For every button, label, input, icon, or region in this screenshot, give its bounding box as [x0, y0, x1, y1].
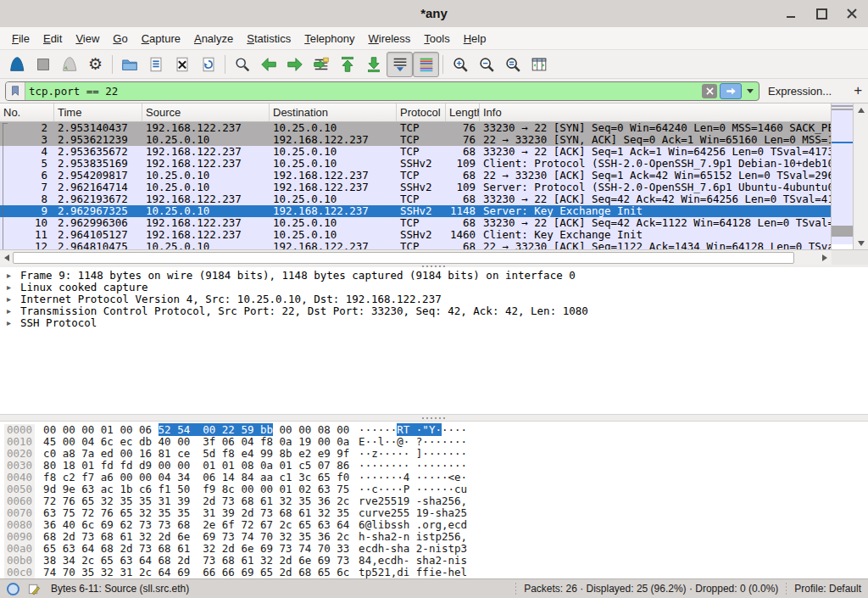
go-back-button[interactable]: [255, 52, 281, 77]
minimize-button[interactable]: [782, 4, 800, 23]
hex-bytes[interactable]: 65 63 64 68 2d 73 68 61 32 2d 6e 69 73 7…: [43, 543, 355, 555]
hex-row-0080[interactable]: 008036 40 6c 69 62 73 73 68 2e 6f 72 67 …: [0, 519, 868, 531]
hex-bytes[interactable]: 74 70 35 32 31 2c 64 69 66 66 69 65 2d 6…: [43, 567, 355, 578]
hex-bytes[interactable]: 68 2d 73 68 61 32 2d 6e 69 73 74 70 32 3…: [43, 531, 355, 543]
menu-edit[interactable]: Edit: [36, 27, 69, 50]
detail-line[interactable]: ▸Internet Protocol Version 4, Src: 10.25…: [0, 293, 868, 305]
scroll-right-button[interactable]: [819, 251, 830, 264]
capture-comment-icon[interactable]: [28, 583, 41, 595]
hex-row-0050[interactable]: 00509d 9e 63 ac 1b c6 f1 50 f9 8c 00 00 …: [0, 483, 868, 495]
menu-wireless[interactable]: Wireless: [362, 27, 418, 50]
menu-telephony[interactable]: Telephony: [298, 27, 361, 50]
zoom-original-button[interactable]: [499, 52, 526, 77]
ascii-bytes[interactable]: ··c····P ······cu: [359, 483, 467, 495]
auto-scroll-button[interactable]: [387, 52, 413, 77]
hex-bytes[interactable]: 36 40 6c 69 62 73 73 68 2e 6f 72 67 2c 6…: [43, 519, 355, 531]
expand-arrow-icon[interactable]: ▸: [0, 317, 20, 329]
menu-view[interactable]: View: [69, 27, 106, 50]
hex-bytes[interactable]: 38 34 2c 65 63 64 68 2d 73 68 61 32 2d 6…: [43, 555, 355, 567]
ascii-bytes[interactable]: ·······4 ·····<e·: [359, 472, 467, 483]
start-capture-button[interactable]: [3, 52, 30, 77]
zoom-in-button[interactable]: [447, 52, 473, 77]
reload-file-button[interactable]: [195, 52, 221, 77]
packet-row-9[interactable]: 92.96296732510.25.0.10192.168.122.237SSH…: [0, 205, 832, 217]
hex-row-0020[interactable]: 0020c0 a8 7a ed 00 16 81 ce 5d f8 e4 99 …: [0, 448, 868, 460]
packet-row-3[interactable]: 32.95362123910.25.0.10192.168.122.237TCP…: [0, 134, 832, 146]
close-button[interactable]: [843, 4, 861, 23]
hex-row-0040[interactable]: 0040f8 c2 f7 a6 00 00 04 34 06 14 84 aa …: [0, 472, 868, 483]
open-file-button[interactable]: [116, 52, 142, 77]
packet-row-5[interactable]: 52.953835169192.168.122.23710.25.0.10SSH…: [0, 158, 832, 170]
find-packet-button[interactable]: [229, 52, 255, 77]
go-first-packet-button[interactable]: [334, 52, 360, 77]
hex-bytes[interactable]: 63 75 72 76 65 32 35 35 31 39 2d 73 68 6…: [43, 507, 355, 519]
menu-capture[interactable]: Capture: [135, 27, 187, 50]
hex-row-0070[interactable]: 007063 75 72 76 65 32 35 35 31 39 2d 73 …: [0, 507, 868, 519]
expand-arrow-icon[interactable]: ▸: [0, 305, 20, 317]
filter-bookmark-button[interactable]: [6, 82, 25, 100]
column-header-no[interactable]: No.: [0, 103, 54, 121]
detail-line[interactable]: ▸SSH Protocol: [0, 317, 868, 329]
expression-button[interactable]: Expression...: [768, 85, 832, 98]
go-forward-button[interactable]: [281, 52, 308, 77]
ascii-bytes[interactable]: ecdh-sha 2-nistp3: [359, 543, 467, 555]
expand-arrow-icon[interactable]: ▸: [0, 282, 20, 293]
hex-row-0090[interactable]: 009068 2d 73 68 61 32 2d 6e 69 73 74 70 …: [0, 531, 868, 543]
scroll-up-button[interactable]: [854, 104, 868, 116]
menu-go[interactable]: Go: [106, 27, 134, 50]
ascii-bytes[interactable]: tp521,di ffie-hel: [359, 567, 467, 578]
hex-row-0000[interactable]: 000000 00 00 01 00 06 52 54 00 22 59 bb …: [0, 424, 868, 436]
menu-file[interactable]: File: [5, 27, 36, 50]
horizontal-scroll-thumb[interactable]: [13, 252, 794, 264]
hex-bytes[interactable]: 45 00 04 6c ec db 40 00 3f 06 04 f8 0a 1…: [43, 436, 355, 448]
hex-row-00c0[interactable]: 00c074 70 35 32 31 2c 64 69 66 66 69 65 …: [0, 567, 868, 578]
menu-statistics[interactable]: Statistics: [240, 27, 298, 50]
column-header-source[interactable]: Source: [142, 103, 270, 121]
packet-row-11[interactable]: 112.964105127192.168.122.23710.25.0.10SS…: [0, 229, 832, 241]
go-last-packet-button[interactable]: [360, 52, 387, 77]
expand-arrow-icon[interactable]: ▸: [0, 293, 20, 305]
detail-line[interactable]: ▸Transmission Control Protocol, Src Port…: [0, 305, 868, 317]
ascii-bytes[interactable]: E··l··@· ?·······: [359, 436, 467, 448]
hex-row-00a0[interactable]: 00a065 63 64 68 2d 73 68 61 32 2d 6e 69 …: [0, 543, 868, 555]
menu-analyze[interactable]: Analyze: [187, 27, 240, 50]
hex-row-00b0[interactable]: 00b038 34 2c 65 63 64 68 2d 73 68 61 32 …: [0, 555, 868, 567]
column-header-protocol[interactable]: Protocol: [397, 103, 446, 121]
menu-tools[interactable]: Tools: [417, 27, 456, 50]
pane-splitter-bottom[interactable]: [0, 414, 868, 422]
stop-capture-button[interactable]: [30, 52, 56, 77]
hex-bytes[interactable]: c0 a8 7a ed 00 16 81 ce 5d f8 e4 99 8b e…: [43, 448, 355, 460]
zoom-out-button[interactable]: [473, 52, 499, 77]
hex-bytes[interactable]: 9d 9e 63 ac 1b c6 f1 50 f9 8c 00 00 01 0…: [43, 483, 355, 495]
ascii-bytes[interactable]: 84,ecdh- sha2-nis: [359, 555, 467, 567]
intelligent-scrollbar-minimap[interactable]: [831, 103, 854, 250]
hex-bytes[interactable]: 72 76 65 32 35 35 31 39 2d 73 68 61 32 3…: [43, 495, 355, 507]
hex-bytes[interactable]: f8 c2 f7 a6 00 00 04 34 06 14 84 aa c1 3…: [43, 472, 355, 483]
packet-row-10[interactable]: 102.962996306192.168.122.23710.25.0.10TC…: [0, 217, 832, 229]
profile-text[interactable]: Profile: Default: [794, 583, 861, 595]
go-to-packet-button[interactable]: [308, 52, 334, 77]
column-header-destination[interactable]: Destination: [270, 103, 397, 121]
column-header-length[interactable]: Length: [446, 103, 480, 121]
packet-row-6[interactable]: 62.95420981710.25.0.10192.168.122.237TCP…: [0, 170, 832, 182]
packet-list-horizontal-scrollbar[interactable]: [0, 249, 868, 265]
filter-input[interactable]: [25, 85, 702, 98]
ascii-bytes[interactable]: ··z····· ]·······: [359, 448, 467, 460]
ascii-bytes[interactable]: rve25519 -sha256,: [359, 495, 467, 507]
scroll-down-button[interactable]: [854, 238, 868, 249]
close-file-button[interactable]: [169, 52, 195, 77]
colorize-button[interactable]: [413, 52, 439, 77]
hex-row-0010[interactable]: 001045 00 04 6c ec db 40 00 3f 06 04 f8 …: [0, 436, 868, 448]
maximize-button[interactable]: [812, 4, 831, 23]
filter-apply-button[interactable]: [720, 83, 742, 99]
column-header-info[interactable]: Info: [480, 103, 832, 121]
capture-options-button[interactable]: ⚙: [82, 52, 108, 77]
filter-clear-button[interactable]: [702, 84, 717, 98]
resize-columns-button[interactable]: [526, 52, 552, 77]
filter-history-dropdown[interactable]: [747, 89, 754, 93]
ascii-bytes[interactable]: ······RT ·"Y·····: [359, 424, 467, 436]
packet-list-vertical-scrollbar[interactable]: [853, 103, 868, 250]
hex-bytes[interactable]: 00 00 00 01 00 06 52 54 00 22 59 bb 00 0…: [43, 424, 355, 436]
ascii-bytes[interactable]: 6@libssh .org,ecd: [359, 519, 467, 531]
detail-line[interactable]: ▸Linux cooked capture: [0, 282, 868, 293]
